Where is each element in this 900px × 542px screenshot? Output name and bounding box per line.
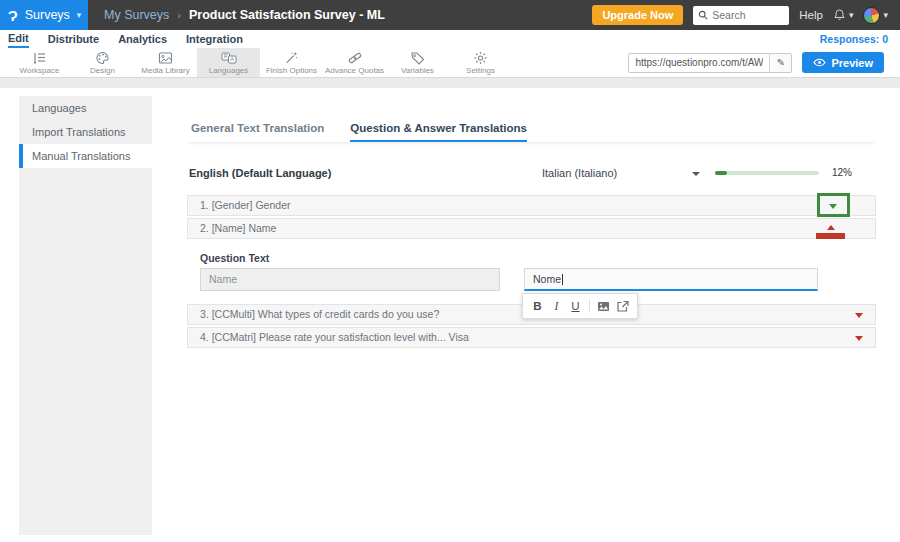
header-actions: Upgrade Now Help ▾ ▾ (592, 5, 900, 25)
translation-progress-fill (715, 171, 727, 175)
question-row-label: 2. [Name] Name (200, 222, 276, 234)
question-text-label: Question Text (200, 252, 269, 264)
finish-options-wand-icon (284, 51, 299, 65)
question-row-label: 4. [CCMatri] Please rate your satisfacti… (200, 331, 469, 343)
edit-url-button[interactable]: ✎ (769, 54, 791, 72)
nav-tab-edit[interactable]: Edit (8, 30, 29, 48)
toolbar-item-workspace[interactable]: Workspace (8, 48, 71, 77)
expand-caret-icon[interactable] (855, 336, 863, 341)
tab-general-text-translation[interactable]: General Text Translation (191, 122, 324, 142)
variables-tag-icon (410, 51, 425, 65)
chevron-down-icon[interactable] (692, 172, 700, 176)
product-menu[interactable]: Ɂ Surveys ▾ (0, 0, 88, 30)
underline-button[interactable]: U (566, 298, 585, 314)
manual-translations-panel: General Text Translation Question & Answ… (187, 88, 876, 542)
toolbar-item-media-library[interactable]: Media Library (134, 48, 197, 77)
media-library-icon (158, 51, 173, 65)
question-list: 1. [Gender] Gender 2. [Name] Name Questi… (187, 195, 876, 350)
question-translation-editor: Question Text Name Nome B I U (187, 241, 876, 304)
translations-sidebar: Languages Import Translations Manual Tra… (19, 96, 152, 535)
responses-count[interactable]: Responses: 0 (820, 33, 888, 45)
workspace-icon (32, 51, 47, 65)
toolbar-item-languages[interactable]: RA Languages (197, 48, 260, 77)
external-link-icon (616, 300, 629, 313)
sidebar-item-import-translations[interactable]: Import Translations (19, 120, 152, 144)
chevron-down-icon: ▾ (849, 10, 854, 20)
toolbar-item-variables[interactable]: Variables (386, 48, 449, 77)
svg-text:A: A (230, 56, 234, 62)
help-link[interactable]: Help (799, 9, 823, 21)
languages-translate-icon: RA (221, 51, 237, 65)
content-area: Languages Import Translations Manual Tra… (0, 88, 900, 542)
format-toolbar: B I U (522, 293, 638, 319)
preview-button[interactable]: Preview (802, 52, 884, 73)
global-search[interactable] (693, 6, 789, 25)
account-menu[interactable]: ▾ (863, 7, 888, 24)
translation-tabs: General Text Translation Question & Answ… (187, 122, 876, 142)
toolbar-right-actions: ✎ Preview (628, 48, 900, 77)
toolbar-item-finish-options[interactable]: Finish Options (260, 48, 323, 77)
toolbar-item-advance-quotas[interactable]: Advance Quotas (323, 48, 386, 77)
survey-nav: Edit Distribute Analytics Integration Re… (0, 30, 900, 48)
translation-input[interactable]: Nome (524, 268, 818, 291)
insert-image-button[interactable] (594, 298, 613, 314)
breadcrumb-separator-icon: › (177, 9, 181, 21)
design-palette-icon (95, 51, 110, 65)
svg-text:R: R (223, 53, 227, 59)
translation-progress-bar (715, 171, 819, 175)
question-row-label: 1. [Gender] Gender (200, 199, 290, 211)
breadcrumb-my-surveys[interactable]: My Surveys (104, 8, 169, 22)
question-row-gender[interactable]: 1. [Gender] Gender (187, 195, 876, 216)
breadcrumb: My Surveys › Product Satisfaction Survey… (104, 8, 385, 22)
search-icon (698, 10, 708, 20)
advance-quotas-links-icon (347, 51, 363, 65)
nav-tab-integration[interactable]: Integration (186, 31, 243, 47)
nav-tab-distribute[interactable]: Distribute (48, 31, 99, 47)
translation-progress-percent: 12% (832, 167, 852, 178)
chevron-down-icon: ▾ (883, 10, 888, 20)
product-menu-label: Surveys (25, 8, 70, 22)
question-row-name[interactable]: 2. [Name] Name (187, 218, 876, 239)
survey-url-input[interactable] (629, 57, 769, 68)
search-input[interactable] (712, 9, 782, 21)
italic-button[interactable]: I (547, 298, 566, 314)
expand-caret-icon[interactable] (829, 204, 837, 209)
tab-question-answer-translations[interactable]: Question & Answer Translations (350, 122, 527, 142)
avatar (863, 7, 880, 24)
target-language-select[interactable]: Italian (Italiano) (542, 167, 617, 179)
nav-tab-analytics[interactable]: Analytics (118, 31, 167, 47)
upgrade-now-button[interactable]: Upgrade Now (592, 5, 683, 25)
source-language-label: English (Default Language) (189, 167, 331, 179)
survey-url-field: ✎ (628, 53, 792, 73)
toolbar-item-settings[interactable]: Settings (449, 48, 512, 77)
red-bar-annotation (816, 233, 845, 239)
sidebar-item-manual-translations[interactable]: Manual Translations (19, 144, 152, 168)
questionpro-logo: Ɂ (8, 7, 18, 24)
top-header-bar: Ɂ Surveys ▾ My Surveys › Product Satisfa… (0, 0, 900, 30)
expand-caret-icon[interactable] (855, 313, 863, 318)
chevron-down-icon: ▾ (77, 10, 82, 20)
insert-link-button[interactable] (613, 298, 632, 314)
toolbar-divider (589, 299, 590, 313)
question-row-label: 3. [CCMulti] What types of credit cards … (200, 308, 439, 320)
sidebar-item-languages[interactable]: Languages (19, 96, 152, 120)
collapse-caret-icon[interactable] (827, 225, 835, 230)
page-background-gap (0, 78, 900, 88)
bold-button[interactable]: B (528, 298, 547, 314)
toolbar-item-design[interactable]: Design (71, 48, 134, 77)
questionpro-app: Ɂ Surveys ▾ My Surveys › Product Satisfa… (0, 0, 900, 542)
source-text-field: Name (200, 268, 500, 291)
image-icon (597, 300, 610, 313)
language-selection-row: English (Default Language) Italian (Ital… (189, 166, 876, 182)
edit-toolbar: Workspace Design Media Library RA Langua… (0, 48, 900, 78)
text-cursor (562, 274, 563, 285)
survey-title: Product Satisfaction Survey - ML (189, 8, 385, 22)
question-row-ccmatri[interactable]: 4. [CCMatri] Please rate your satisfacti… (187, 327, 876, 348)
pencil-icon: ✎ (777, 57, 785, 68)
notifications-menu[interactable]: ▾ (833, 8, 854, 22)
eye-icon (813, 58, 826, 67)
bell-icon (833, 8, 846, 22)
settings-gear-icon (473, 51, 488, 65)
